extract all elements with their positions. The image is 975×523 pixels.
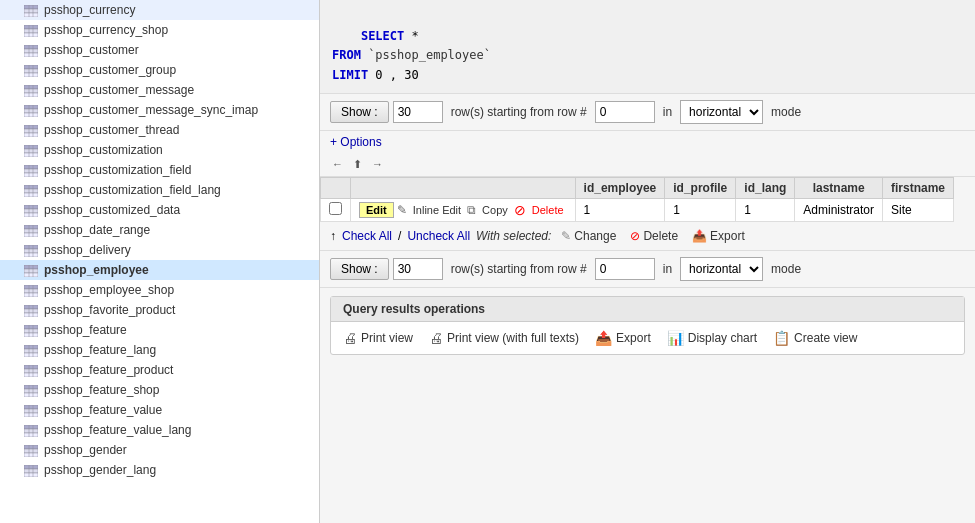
svg-rect-115	[24, 465, 38, 469]
print-view-icon: 🖨	[343, 330, 357, 346]
delete-button[interactable]: ⊘ Delete	[626, 227, 682, 245]
col-header-check	[321, 177, 351, 198]
svg-rect-42	[24, 173, 38, 177]
sidebar-item-psshop_feature_value_lang[interactable]: psshop_feature_value_lang	[0, 420, 319, 440]
edit-button[interactable]: Edit	[359, 202, 394, 218]
sidebar-item-label: psshop_feature_value_lang	[44, 423, 191, 437]
check-all-link[interactable]: Check All	[342, 229, 392, 243]
sidebar-item-psshop_customization_field_lang[interactable]: psshop_customization_field_lang	[0, 180, 319, 200]
show-button-top[interactable]: Show :	[330, 101, 389, 123]
svg-rect-97	[24, 393, 38, 397]
sidebar-item-psshop_employee[interactable]: psshop_employee	[0, 260, 319, 280]
sort-icon[interactable]: ⬆	[349, 156, 366, 173]
uncheck-all-link[interactable]: Uncheck All	[407, 229, 470, 243]
sidebar-item-psshop_currency_shop[interactable]: psshop_currency_shop	[0, 20, 319, 40]
svg-rect-117	[24, 473, 38, 477]
sidebar-item-psshop_customization[interactable]: psshop_customization	[0, 140, 319, 160]
qr-action-display-chart[interactable]: 📊Display chart	[667, 330, 757, 346]
svg-rect-87	[24, 353, 38, 357]
sidebar-item-psshop_gender[interactable]: psshop_gender	[0, 440, 319, 460]
sidebar-item-psshop_customer[interactable]: psshop_customer	[0, 40, 319, 60]
delete-row-button[interactable]: Delete	[529, 203, 567, 217]
data-table: id_employee id_profile id_lang lastname …	[320, 177, 954, 222]
sidebar-item-psshop_favorite_product[interactable]: psshop_favorite_product	[0, 300, 319, 320]
sidebar-item-psshop_customer_group[interactable]: psshop_customer_group	[0, 60, 319, 80]
svg-rect-1	[24, 9, 38, 13]
mode-label-bottom: mode	[771, 262, 801, 276]
col-header-id-lang[interactable]: id_lang	[736, 177, 795, 198]
show-button-bottom[interactable]: Show :	[330, 258, 389, 280]
arrow-right-icon[interactable]: →	[368, 156, 387, 172]
sidebar-item-psshop_feature[interactable]: psshop_feature	[0, 320, 319, 340]
copy-button[interactable]: Copy	[479, 203, 511, 217]
sidebar-item-psshop_customer_message[interactable]: psshop_customer_message	[0, 80, 319, 100]
export-button[interactable]: 📤 Export	[688, 227, 749, 245]
sidebar-item-psshop_customization_field[interactable]: psshop_customization_field	[0, 160, 319, 180]
sql-select-star: *	[404, 29, 418, 43]
svg-rect-31	[24, 129, 38, 133]
col-header-firstname[interactable]: firstname	[883, 177, 954, 198]
sidebar-item-psshop_employee_shop[interactable]: psshop_employee_shop	[0, 280, 319, 300]
sidebar-item-psshop_customer_thread[interactable]: psshop_customer_thread	[0, 120, 319, 140]
sidebar-item-psshop_currency[interactable]: psshop_currency	[0, 0, 319, 20]
sql-from: FROM	[332, 48, 361, 62]
delete-circle-icon2: ⊘	[630, 229, 640, 243]
qr-action-print-view-full[interactable]: 🖨Print view (with full texts)	[429, 330, 579, 346]
sidebar-item-label: psshop_feature	[44, 323, 127, 337]
table-icon	[24, 283, 38, 297]
sidebar-item-label: psshop_customized_data	[44, 203, 180, 217]
controls-row-top: Show : row(s) starting from row # in hor…	[320, 94, 975, 131]
svg-rect-15	[24, 65, 38, 69]
change-button[interactable]: ✎ Change	[557, 227, 620, 245]
qr-action-export[interactable]: 📤Export	[595, 330, 651, 346]
print-view-label: Print view	[361, 331, 413, 345]
svg-rect-76	[24, 309, 38, 313]
svg-rect-82	[24, 333, 38, 337]
with-selected-text: With selected:	[476, 229, 551, 243]
svg-rect-35	[24, 145, 38, 149]
sql-limit: LIMIT	[332, 68, 368, 82]
cell-id-employee: 1	[575, 198, 665, 221]
mode-select-bottom[interactable]: horizontal vertical	[680, 257, 763, 281]
table-icon	[24, 3, 38, 17]
svg-rect-71	[24, 289, 38, 293]
rows-input-bottom[interactable]	[393, 258, 443, 280]
sidebar-item-psshop_gender_lang[interactable]: psshop_gender_lang	[0, 460, 319, 480]
sidebar-item-psshop_customized_data[interactable]: psshop_customized_data	[0, 200, 319, 220]
sidebar-item-psshop_feature_product[interactable]: psshop_feature_product	[0, 360, 319, 380]
table-icon	[24, 63, 38, 77]
table-icon	[24, 423, 38, 437]
start-row-input-top[interactable]	[595, 101, 655, 123]
sidebar-item-label: psshop_employee	[44, 263, 149, 277]
svg-rect-96	[24, 389, 38, 393]
col-header-id-employee[interactable]: id_employee	[575, 177, 665, 198]
svg-rect-45	[24, 185, 38, 189]
table-icon	[24, 303, 38, 317]
sidebar-item-psshop_date_range[interactable]: psshop_date_range	[0, 220, 319, 240]
arrow-left-icon[interactable]: ←	[328, 156, 347, 172]
svg-rect-80	[24, 325, 38, 329]
sidebar-item-psshop_feature_value[interactable]: psshop_feature_value	[0, 400, 319, 420]
svg-rect-102	[24, 413, 38, 417]
table-toolbar: ← ⬆ →	[320, 153, 975, 177]
inline-edit-button[interactable]: Inline Edit	[410, 203, 464, 217]
sidebar-item-psshop_customer_message_sync_imap[interactable]: psshop_customer_message_sync_imap	[0, 100, 319, 120]
qr-action-print-view[interactable]: 🖨Print view	[343, 330, 413, 346]
svg-rect-60	[24, 245, 38, 249]
mode-select-top[interactable]: horizontal vertical	[680, 100, 763, 124]
query-results-title: Query results operations	[331, 297, 964, 322]
sidebar-item-label: psshop_customer_message	[44, 83, 194, 97]
col-header-id-profile[interactable]: id_profile	[665, 177, 736, 198]
row-checkbox[interactable]	[329, 202, 342, 215]
start-row-input-bottom[interactable]	[595, 258, 655, 280]
sidebar-item-psshop_feature_lang[interactable]: psshop_feature_lang	[0, 340, 319, 360]
sidebar-item-psshop_feature_shop[interactable]: psshop_feature_shop	[0, 380, 319, 400]
options-row[interactable]: + Options	[320, 131, 975, 153]
svg-rect-52	[24, 213, 38, 217]
sidebar-item-psshop_delivery[interactable]: psshop_delivery	[0, 240, 319, 260]
rows-input-top[interactable]	[393, 101, 443, 123]
svg-rect-30	[24, 125, 38, 129]
col-header-lastname[interactable]: lastname	[795, 177, 883, 198]
qr-action-create-view[interactable]: 📋Create view	[773, 330, 857, 346]
table-icon	[24, 83, 38, 97]
